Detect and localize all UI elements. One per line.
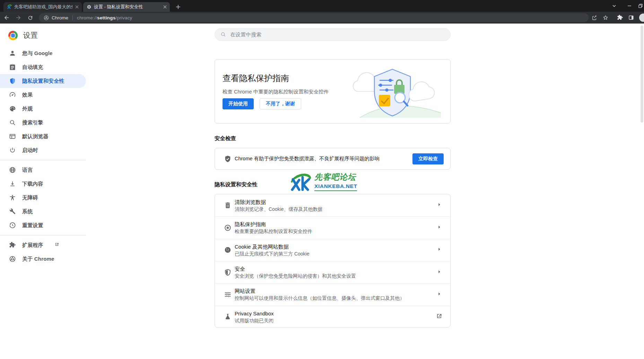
row-title: Privacy Sandbox [235, 310, 436, 317]
external-link-icon [436, 313, 443, 321]
palette-icon [9, 105, 16, 112]
privacy-guide-illustration [347, 65, 442, 121]
power-icon [9, 147, 16, 154]
row-title: 清除浏览数据 [235, 198, 436, 206]
row-site-settings[interactable]: 网站设置 控制网站可以使用和显示什么信息（如位置信息、摄像头、弹出式窗口及其他） [215, 283, 450, 305]
row-title: Cookie 及其他网站数据 [235, 243, 436, 250]
speedometer-icon [9, 91, 16, 98]
check-now-button[interactable]: 立即检查 [412, 153, 444, 164]
puzzle-icon [9, 242, 16, 249]
sidebar-item-extensions[interactable]: 扩展程序 [0, 238, 86, 252]
sidebar-item-about-chrome[interactable]: 关于 Chrome [0, 252, 86, 266]
sidebar-item-autofill[interactable]: 自动填充 [0, 60, 86, 74]
globe-icon [9, 167, 16, 173]
gear-icon [87, 5, 92, 9]
watermark-text-en: XIANKEBA.NET [314, 183, 357, 191]
sidebar-item-downloads[interactable]: 下载内容 [0, 177, 86, 191]
bookmark-star-icon[interactable] [602, 15, 609, 21]
divider [0, 160, 86, 160]
browser-toolbar: Chrome chrome://settings/privacy [0, 12, 644, 24]
reload-icon [27, 15, 33, 21]
sidebar-item-you-and-google[interactable]: 您与 Google [0, 46, 86, 60]
start-button[interactable]: 开始使用 [223, 98, 254, 109]
shield-check-icon [224, 155, 232, 163]
chrome-mono-icon [44, 15, 49, 20]
chevron-right-icon [436, 290, 443, 299]
person-icon [9, 50, 16, 57]
back-button[interactable] [1, 12, 12, 23]
share-icon[interactable] [591, 15, 598, 21]
no-thanks-button[interactable]: 不用了，谢谢 [260, 98, 301, 109]
url-text: chrome://settings/privacy [77, 15, 132, 20]
restore-icon [638, 3, 643, 8]
sidebar-item-system[interactable]: 系统 [0, 205, 86, 218]
xiankeba-watermark: 先客吧论坛 XIANKEBA.NET [289, 171, 357, 191]
search-icon [9, 119, 16, 126]
row-clear-browsing-data[interactable]: 清除浏览数据 清除浏览记录、Cookie、缓存及其他数据 [215, 194, 450, 216]
sidebar-item-appearance[interactable]: 外观 [0, 102, 86, 116]
privacy-guide-card: 查看隐私保护指南 检查 Chrome 中重要的隐私控制设置和安全控件 开始使用 … [215, 59, 451, 124]
row-subtitle: 清除浏览记录、Cookie、缓存及其他数据 [235, 206, 436, 213]
browser-window: 先客吧辅助游戏_国内最大的免费 设置 - 隐私设置和安全性 [0, 0, 644, 359]
safety-compass-icon [224, 224, 232, 232]
chrome-logo [8, 31, 18, 40]
search-input[interactable] [230, 32, 445, 37]
reload-button[interactable] [25, 12, 35, 23]
site-chip: Chrome [52, 15, 68, 20]
privacy-settings-card: 清除浏览数据 清除浏览记录、Cookie、缓存及其他数据 隐私保护指南 检查重要… [215, 194, 451, 327]
close-tab-icon[interactable] [163, 5, 167, 9]
sidebar-item-privacy-security[interactable]: 隐私设置和安全性 [0, 74, 86, 88]
settings-sidebar: 设置 您与 Google 自动填充 隐私设置和安全性 效果 [0, 24, 86, 359]
card-subtitle: 检查 Chrome 中重要的隐私控制设置和安全控件 [223, 89, 329, 95]
extensions-puzzle-icon[interactable] [617, 15, 623, 21]
shield-icon [9, 78, 16, 84]
tab-title: 先客吧辅助游戏_国内最大的免费 [14, 4, 72, 10]
watermark-text-cn: 先客吧论坛 [314, 172, 357, 182]
safety-check-message: Chrome 有助于保护您免受数据泄露、不良扩展程序等问题的影响 [235, 155, 412, 162]
address-bar[interactable]: Chrome chrome://settings/privacy [39, 13, 589, 22]
page-title: 设置 [23, 30, 38, 40]
side-panel-icon[interactable] [628, 15, 634, 21]
tune-icon [224, 291, 232, 298]
sidebar-item-default-browser[interactable]: 默认浏览器 [0, 129, 86, 143]
tab-search-button[interactable] [607, 0, 622, 12]
card-title: 查看隐私保护指南 [223, 73, 289, 84]
row-title: 安全 [235, 265, 436, 272]
tab-settings[interactable]: 设置 - 隐私设置和安全性 [83, 2, 170, 12]
minimize-button[interactable] [622, 0, 637, 12]
sidebar-item-performance[interactable]: 效果 [0, 88, 86, 102]
row-privacy-guide[interactable]: 隐私保护指南 检查重要的隐私控制设置和安全控件 [215, 216, 450, 239]
autofill-icon [9, 64, 16, 71]
site-favicon [7, 5, 12, 9]
row-subtitle: 安全浏览（保护您免受危险网站的侵害）和其他安全设置 [235, 272, 436, 279]
divider [72, 15, 73, 20]
wrench-icon [9, 208, 16, 215]
tab-xianke[interactable]: 先客吧辅助游戏_国内最大的免费 [3, 2, 82, 12]
row-cookies[interactable]: Cookie 及其他网站数据 已阻止无痕模式下的第三方 Cookie [215, 239, 450, 261]
sidebar-item-search-engine[interactable]: 搜索引擎 [0, 116, 86, 129]
divider [0, 235, 86, 235]
scrollbar-thumb[interactable] [641, 26, 643, 123]
row-privacy-sandbox[interactable]: Privacy Sandbox 试用版功能已关闭 [215, 306, 450, 327]
sidebar-item-accessibility[interactable]: 无障碍 [0, 191, 86, 205]
row-security[interactable]: 安全 安全浏览（保护您免受危险网站的侵害）和其他安全设置 [215, 261, 450, 283]
row-subtitle: 已阻止无痕模式下的第三方 Cookie [235, 250, 436, 257]
chevron-right-icon [436, 246, 443, 254]
new-tab-button[interactable] [174, 3, 182, 11]
chevron-down-icon [612, 3, 617, 8]
profile-avatar[interactable] [639, 14, 644, 22]
sidebar-item-on-startup[interactable]: 启动时 [0, 143, 86, 157]
row-title: 网站设置 [235, 287, 436, 295]
sidebar-item-languages[interactable]: 语言 [0, 163, 86, 177]
sidebar-item-reset[interactable]: 重置设置 [0, 218, 86, 232]
safety-check-heading: 安全检查 [215, 135, 451, 142]
settings-search[interactable] [215, 28, 451, 41]
back-arrow-icon [3, 15, 10, 21]
restore-button[interactable] [637, 0, 644, 12]
safety-check-card: Chrome 有助于保护您免受数据泄露、不良扩展程序等问题的影响 立即检查 [215, 148, 451, 170]
close-tab-icon[interactable] [75, 5, 79, 9]
row-subtitle: 控制网站可以使用和显示什么信息（如位置信息、摄像头、弹出式窗口及其他） [235, 295, 436, 302]
forward-button[interactable] [13, 12, 24, 23]
download-icon [9, 180, 16, 187]
plus-icon [175, 4, 181, 10]
